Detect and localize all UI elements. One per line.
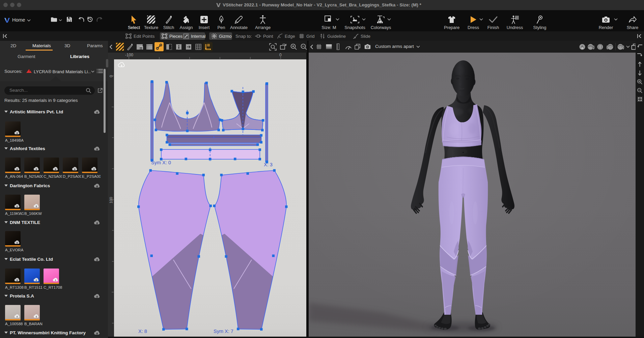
svg-text:100: 100 xyxy=(109,197,113,203)
svg-text:0: 0 xyxy=(109,75,113,77)
svg-text:X: 3: X: 3 xyxy=(264,162,273,167)
svg-text:X: 8: X: 8 xyxy=(138,329,147,334)
svg-text:Sym X: 0: Sym X: 0 xyxy=(151,160,171,165)
svg-text:Sym X: 7: Sym X: 7 xyxy=(214,329,233,334)
svg-text:-100: -100 xyxy=(125,53,133,57)
svg-text:0: 0 xyxy=(279,53,282,57)
